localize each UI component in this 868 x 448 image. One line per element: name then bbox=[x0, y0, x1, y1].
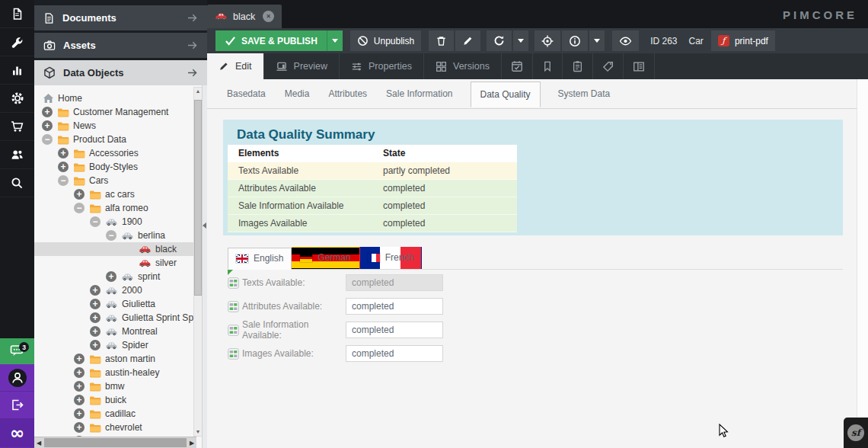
tree-item[interactable]: Customer Management bbox=[34, 105, 207, 119]
reports-button[interactable] bbox=[0, 56, 34, 85]
tree-item[interactable]: Montreal bbox=[34, 325, 207, 338]
tree-expander-icon[interactable] bbox=[74, 203, 85, 213]
tree-item[interactable]: Spider bbox=[34, 338, 207, 352]
tree-expander-icon[interactable] bbox=[42, 107, 53, 117]
print-pdf-button[interactable]: ƒ print-pdf bbox=[711, 30, 775, 51]
tree-vscroll-thumb[interactable] bbox=[194, 100, 202, 296]
tree-item[interactable]: ac cars bbox=[34, 187, 207, 201]
scroll-down-arrow[interactable]: ▼ bbox=[194, 428, 202, 436]
tree-item[interactable]: aston martin bbox=[34, 352, 207, 366]
tree-item[interactable]: News bbox=[34, 119, 207, 133]
subtab[interactable]: System Data bbox=[557, 81, 612, 107]
tab-close-icon[interactable]: ✕ bbox=[263, 11, 274, 22]
language-tab[interactable]: German bbox=[292, 247, 359, 269]
tools-button[interactable] bbox=[0, 28, 34, 56]
tree-item[interactable]: black bbox=[34, 242, 207, 256]
tree-item[interactable]: Product Data bbox=[34, 133, 207, 146]
tree-item[interactable]: alfa romeo bbox=[34, 201, 207, 215]
scroll-up-arrow[interactable]: ▲ bbox=[194, 88, 202, 95]
reload-button[interactable] bbox=[487, 30, 512, 51]
tree-item[interactable]: bmw bbox=[34, 379, 207, 393]
subtab[interactable]: Basedata bbox=[225, 81, 267, 107]
preview-eye-button[interactable] bbox=[612, 30, 639, 51]
tree-item[interactable]: Cars bbox=[34, 174, 207, 187]
tree-horizontal-scrollbar[interactable]: ◀ ▶ bbox=[34, 437, 196, 448]
field-value-input[interactable] bbox=[346, 322, 443, 338]
tree-expander-icon[interactable] bbox=[74, 189, 85, 200]
tree-item[interactable]: berlina bbox=[34, 229, 207, 242]
reload-options-caret[interactable] bbox=[513, 30, 528, 51]
tab-bookmark[interactable] bbox=[533, 53, 563, 79]
tree-item[interactable]: cadillac bbox=[34, 407, 207, 421]
tree-expander-icon[interactable] bbox=[74, 408, 85, 419]
field-value-input[interactable] bbox=[346, 274, 443, 291]
tree-item[interactable]: sprint bbox=[34, 270, 207, 283]
tree-item[interactable]: buick bbox=[34, 393, 207, 407]
info-button[interactable] bbox=[562, 30, 588, 51]
rename-button[interactable] bbox=[455, 30, 480, 51]
subtab[interactable]: Attributes bbox=[327, 81, 369, 107]
tree-item[interactable]: silver bbox=[34, 256, 207, 270]
panel-collapse-splitter[interactable] bbox=[202, 85, 207, 448]
tab-schedule[interactable] bbox=[502, 53, 533, 79]
tree-expander-icon[interactable] bbox=[42, 134, 53, 145]
tree-item[interactable]: 2000 bbox=[34, 283, 207, 297]
tree-item[interactable]: Home bbox=[34, 91, 207, 105]
tab-black-object[interactable]: black ✕ bbox=[207, 5, 282, 28]
tree-expander-icon[interactable] bbox=[74, 367, 85, 378]
tab-preview[interactable]: Preview bbox=[264, 53, 340, 79]
tree-expander-icon[interactable] bbox=[106, 230, 116, 241]
unpublish-button[interactable]: Unpublish bbox=[350, 30, 421, 51]
tree-expander-icon[interactable] bbox=[90, 312, 101, 323]
tab-properties[interactable]: Properties bbox=[340, 53, 424, 79]
tree-hscroll-thumb[interactable] bbox=[44, 438, 187, 447]
tree-expander-icon[interactable] bbox=[90, 216, 101, 227]
tree-item[interactable]: Giulietta bbox=[34, 297, 207, 311]
tree-item[interactable]: Gulietta Sprint Specia bbox=[34, 311, 207, 325]
tree-expander-icon[interactable] bbox=[90, 299, 101, 309]
accordion-data-objects[interactable]: Data Objects bbox=[34, 60, 207, 85]
tree-expander-icon[interactable] bbox=[90, 340, 101, 350]
accordion-assets[interactable]: Assets bbox=[34, 33, 207, 58]
tree-expander-icon[interactable] bbox=[74, 381, 85, 392]
tree-item[interactable]: 1900 bbox=[34, 215, 207, 229]
pimcore-logo-icon[interactable]: ∞ bbox=[0, 419, 34, 448]
delete-button[interactable] bbox=[429, 30, 454, 51]
tree-expander-icon[interactable] bbox=[74, 354, 85, 364]
tree-expander-icon[interactable] bbox=[106, 271, 116, 282]
tab-app-layout[interactable] bbox=[624, 53, 655, 79]
tree-expander-icon[interactable] bbox=[58, 175, 69, 186]
info-options-caret[interactable] bbox=[589, 30, 605, 51]
settings-button[interactable] bbox=[0, 85, 34, 113]
tree-expander-icon[interactable] bbox=[74, 422, 85, 433]
tree-expander-icon[interactable] bbox=[90, 326, 101, 337]
tree-item[interactable]: Accessories bbox=[34, 146, 207, 160]
tab-tags[interactable] bbox=[593, 53, 624, 79]
language-tab[interactable]: English bbox=[228, 248, 292, 270]
scroll-left-arrow[interactable]: ◀ bbox=[34, 437, 43, 448]
tree-item[interactable]: Body-Styles bbox=[34, 160, 207, 174]
tree-expander-icon[interactable] bbox=[58, 148, 69, 158]
save-publish-button[interactable]: SAVE & PUBLISH bbox=[215, 30, 327, 51]
users-button[interactable] bbox=[0, 141, 34, 169]
locate-in-tree-button[interactable] bbox=[535, 30, 560, 51]
profile-button[interactable] bbox=[0, 364, 34, 392]
accordion-documents[interactable]: Documents bbox=[34, 5, 207, 30]
tree-item[interactable]: chevrolet bbox=[34, 421, 207, 434]
logout-button[interactable] bbox=[0, 392, 34, 419]
field-value-input[interactable] bbox=[346, 345, 443, 362]
field-value-input[interactable] bbox=[346, 298, 443, 315]
tree-expander-icon[interactable] bbox=[58, 162, 69, 172]
content-scroll-gutter[interactable] bbox=[857, 79, 868, 448]
tree-expander-icon[interactable] bbox=[74, 395, 85, 405]
tab-versions[interactable]: Versions bbox=[424, 53, 502, 79]
tab-notes[interactable] bbox=[563, 53, 593, 79]
ecommerce-button[interactable] bbox=[0, 113, 34, 141]
tree-expander-icon[interactable] bbox=[42, 120, 53, 131]
subtab[interactable]: Media bbox=[283, 81, 311, 107]
scroll-right-arrow[interactable]: ▶ bbox=[187, 437, 196, 448]
file-icon-button[interactable] bbox=[0, 0, 34, 28]
notifications-button[interactable]: 3 bbox=[0, 338, 34, 364]
save-options-caret[interactable] bbox=[327, 30, 343, 51]
tab-edit[interactable]: Edit bbox=[207, 53, 264, 79]
